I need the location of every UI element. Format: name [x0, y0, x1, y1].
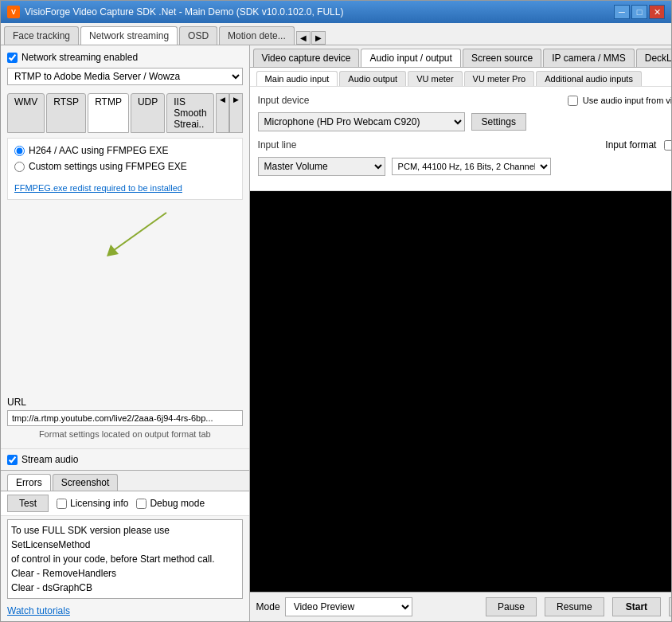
app-icon: V: [7, 6, 20, 18]
input-line-select-row: Master Volume PCM, 44100 Hz, 16 Bits, 2 …: [258, 157, 671, 176]
audio-tab-main[interactable]: Main audio input: [256, 71, 338, 86]
mode-select[interactable]: Video Preview: [285, 597, 412, 616]
right-tab-deckl[interactable]: DeckL...: [636, 49, 671, 67]
licensing-label: Licensing info: [70, 498, 128, 509]
audio-tab-vu-pro[interactable]: VU meter Pro: [464, 71, 535, 86]
input-device-row: Input device Use audio input from video …: [258, 95, 671, 106]
format-tab-scroll-right[interactable]: ▶: [229, 93, 243, 133]
radio-h264: H264 / AAC using FFMPEG EXE: [14, 145, 236, 156]
ffmpeg-link[interactable]: FFMPEG.exe redist required to be install…: [14, 183, 236, 193]
format-tab-rtsp[interactable]: RTSP: [46, 93, 86, 133]
main-tab-bar: Face tracking Network streaming OSD Moti…: [1, 23, 671, 45]
svg-line-0: [111, 213, 166, 252]
tab-network-streaming[interactable]: Network streaming: [80, 26, 178, 45]
window-title: VisioForge Video Capture SDK .Net - Main…: [25, 6, 343, 18]
left-panel-content: Network streaming enabled RTMP to Adobe …: [1, 45, 249, 448]
radio-h264-label: H264 / AAC using FFMPEG EXE: [29, 145, 168, 156]
audio-tab-bar: Main audio input Audio output VU meter V…: [250, 68, 671, 87]
radio-custom-input[interactable]: [14, 162, 25, 172]
arrow-svg: [31, 205, 190, 268]
tab-osd[interactable]: OSD: [179, 26, 217, 45]
title-bar-left: V VisioForge Video Capture SDK .Net - Ma…: [7, 6, 343, 18]
tab-face-tracking[interactable]: Face tracking: [4, 26, 79, 45]
stream-audio-checkbox[interactable]: [7, 455, 18, 465]
pause-button[interactable]: Pause: [486, 597, 537, 616]
server-dropdown[interactable]: RTMP to Adobe Media Server / Wowza: [7, 68, 243, 85]
audio-settings: Input device Use audio input from video …: [250, 87, 671, 191]
close-button[interactable]: ✕: [649, 5, 665, 19]
format-tab-wmv[interactable]: WMV: [7, 93, 45, 133]
mode-bar: Mode Video Preview Pause Resume Start St…: [250, 592, 671, 621]
format-tab-udp[interactable]: UDP: [131, 93, 165, 133]
radio-custom: Custom settings using FFMPEG EXE: [14, 161, 236, 172]
input-line-select[interactable]: Master Volume: [258, 157, 385, 176]
test-row: Test Licensing info Debug mode: [1, 491, 249, 516]
stream-audio-row: Stream audio: [1, 448, 249, 470]
content-area: Network streaming enabled RTMP to Adobe …: [1, 45, 671, 621]
use-best-checkbox[interactable]: [664, 140, 671, 151]
right-tab-ip-camera[interactable]: IP camera / MMS: [543, 49, 634, 67]
url-section: URL Format settings located on output fo…: [7, 397, 243, 442]
debug-checkbox[interactable]: [136, 499, 147, 509]
log-line-0: To use FULL SDK version please use SetLi…: [11, 523, 239, 552]
tab-scroll-left[interactable]: ◀: [296, 31, 311, 45]
bottom-tabs: Errors Screenshot: [1, 470, 249, 491]
audio-tab-additional[interactable]: Additional audio inputs: [536, 71, 642, 86]
debug-row: Debug mode: [136, 498, 205, 509]
right-tab-bar: Video capture device Audio input / outpu…: [250, 45, 671, 68]
watch-tutorials-link[interactable]: Watch tutorials: [7, 605, 70, 616]
settings-button[interactable]: Settings: [471, 113, 526, 131]
format-tabs: WMV RTSP RTMP UDP IIS Smooth Streai.. ◀ …: [7, 93, 243, 133]
tutorials-link-row: Watch tutorials: [1, 602, 249, 621]
audio-tab-output[interactable]: Audio output: [339, 71, 406, 86]
network-enabled-checkbox[interactable]: [7, 53, 18, 63]
tab-scroll-right[interactable]: ▶: [311, 31, 326, 45]
right-tab-audio-input[interactable]: Audio input / output: [361, 49, 460, 67]
format-tab-iis[interactable]: IIS Smooth Streai..: [166, 93, 213, 133]
svg-marker-1: [107, 244, 119, 256]
url-label: URL: [7, 397, 243, 408]
url-hint: Format settings located on output format…: [7, 429, 243, 439]
input-device-right: Use audio input from video source: [568, 96, 671, 106]
right-tab-video-capture[interactable]: Video capture device: [253, 49, 360, 67]
minimize-button[interactable]: ─: [614, 5, 630, 19]
input-device-select-row: Microphone (HD Pro Webcam C920) Settings: [258, 112, 671, 131]
arrow-area: [7, 205, 243, 392]
input-device-select[interactable]: Microphone (HD Pro Webcam C920): [258, 112, 465, 131]
input-line-label: Input line: [258, 139, 322, 151]
radio-h264-input[interactable]: [14, 146, 25, 156]
licensing-row: Licensing info: [57, 498, 128, 509]
debug-label: Debug mode: [150, 498, 205, 509]
log-line-3: Clear - dsGraphCB: [11, 581, 239, 595]
maximize-button[interactable]: □: [631, 5, 647, 19]
bottom-tab-screenshot[interactable]: Screenshot: [53, 474, 119, 491]
format-tab-scroll-left[interactable]: ◀: [216, 93, 229, 133]
start-button[interactable]: Start: [612, 597, 661, 616]
title-controls: ─ □ ✕: [614, 5, 665, 19]
format-tab-rtmp[interactable]: RTMP: [88, 93, 129, 133]
log-area: To use FULL SDK version please use SetLi…: [7, 519, 243, 599]
log-line-4: Clear - FEventWorker: [11, 595, 239, 599]
right-panel: Video capture device Audio input / outpu…: [250, 45, 671, 621]
log-line-2: Clear - RemoveHandlers: [11, 566, 239, 581]
network-enabled-label: Network streaming enabled: [21, 52, 138, 63]
audio-tab-vu[interactable]: VU meter: [408, 71, 462, 86]
codec-options: H264 / AAC using FFMPEG EXE Custom setti…: [7, 138, 243, 200]
url-input[interactable]: [7, 410, 243, 426]
use-from-video-label: Use audio input from video source: [583, 96, 671, 105]
resume-button[interactable]: Resume: [545, 597, 604, 616]
test-button[interactable]: Test: [7, 495, 49, 512]
right-tab-screen-source[interactable]: Screen source: [463, 49, 541, 67]
stop-button[interactable]: Stop: [669, 597, 671, 616]
network-enabled-row: Network streaming enabled: [7, 52, 243, 63]
use-from-video-checkbox[interactable]: [568, 96, 578, 106]
left-panel: Network streaming enabled RTMP to Adobe …: [1, 45, 250, 621]
radio-custom-label: Custom settings using FFMPEG EXE: [29, 161, 187, 172]
main-tab-scroll: ◀ ▶: [296, 31, 326, 45]
log-line-1: of control in your code, before Start me…: [11, 552, 239, 566]
tab-motion-detect[interactable]: Motion dete...: [219, 26, 295, 45]
licensing-checkbox[interactable]: [57, 499, 67, 509]
format-select[interactable]: PCM, 44100 Hz, 16 Bits, 2 Channel: [392, 158, 551, 175]
mode-label: Mode: [256, 601, 280, 612]
bottom-tab-errors[interactable]: Errors: [7, 474, 51, 491]
